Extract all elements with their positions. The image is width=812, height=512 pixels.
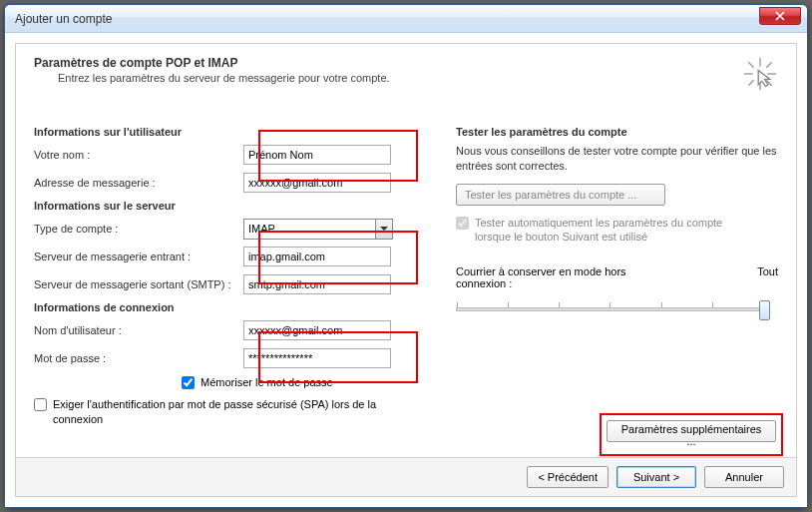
auto-test-row: Tester automatiquement les paramètres du… (456, 216, 778, 245)
titlebar[interactable]: Ajouter un compte (5, 5, 807, 33)
login-info-heading: Informations de connexion (34, 301, 428, 313)
cancel-button[interactable]: Annuler (704, 466, 784, 488)
back-button[interactable]: < Précédent (527, 466, 609, 488)
test-settings-button[interactable]: Tester les paramètres du compte ... (456, 184, 665, 206)
svg-line-7 (748, 80, 753, 85)
slider-label-right: Tout (757, 265, 778, 289)
highlight-user-fields (258, 130, 418, 182)
close-icon (775, 11, 785, 21)
highlight-login-fields (258, 331, 418, 383)
add-account-window: Ajouter un compte Paramètres de compte P… (4, 4, 808, 508)
test-heading: Tester les paramètres du compte (456, 126, 778, 138)
test-description: Nous vous conseillons de tester votre co… (456, 144, 778, 174)
slider-thumb[interactable] (759, 300, 770, 320)
offline-mail-slider[interactable] (456, 307, 765, 311)
header-subtitle: Entrez les paramètres du serveur de mess… (58, 72, 742, 84)
incoming-label: Serveur de messagerie entrant : (34, 251, 243, 262)
remember-password-checkbox[interactable] (182, 376, 195, 389)
header-title: Paramètres de compte POP et IMAP (34, 56, 742, 70)
server-info-heading: Informations sur le serveur (34, 200, 428, 212)
outgoing-label: Serveur de messagerie sortant (SMTP) : (34, 278, 243, 290)
email-label: Adresse de messagerie : (34, 177, 243, 189)
content-area: Paramètres de compte POP et IMAP Entrez … (5, 33, 807, 507)
inner-panel: Paramètres de compte POP et IMAP Entrez … (15, 43, 797, 497)
highlight-server-fields (258, 231, 418, 284)
svg-line-6 (766, 62, 771, 67)
svg-line-4 (748, 62, 753, 67)
right-column: Tester les paramètres du compte Nous vou… (456, 122, 778, 426)
name-label: Votre nom : (34, 149, 243, 161)
cursor-star-icon (742, 56, 778, 92)
slider-ticks (457, 302, 764, 307)
auto-test-label: Tester automatiquement les paramètres du… (475, 216, 754, 245)
window-title: Ajouter un compte (15, 12, 112, 26)
account-type-label: Type de compte : (34, 223, 243, 235)
wizard-footer: < Précédent Suivant > Annuler (16, 457, 796, 496)
password-label: Mot de passe : (34, 352, 243, 364)
slider-label-left: Courrier à conserver en mode hors connex… (456, 265, 675, 289)
highlight-more-settings: Paramètres supplémentaires ... (600, 413, 783, 456)
more-settings-button[interactable]: Paramètres supplémentaires ... (607, 420, 776, 442)
close-button[interactable] (759, 7, 801, 25)
next-button[interactable]: Suivant > (616, 466, 696, 488)
spa-row: Exiger l'authentification par mot de pas… (34, 397, 428, 426)
header: Paramètres de compte POP et IMAP Entrez … (34, 56, 778, 92)
auto-test-checkbox[interactable] (456, 217, 469, 230)
username-label: Nom d'utilisateur : (34, 324, 243, 336)
spa-checkbox[interactable] (34, 398, 47, 411)
spa-label: Exiger l'authentification par mot de pas… (53, 397, 382, 426)
offline-mail-slider-section: Courrier à conserver en mode hors connex… (456, 265, 778, 311)
